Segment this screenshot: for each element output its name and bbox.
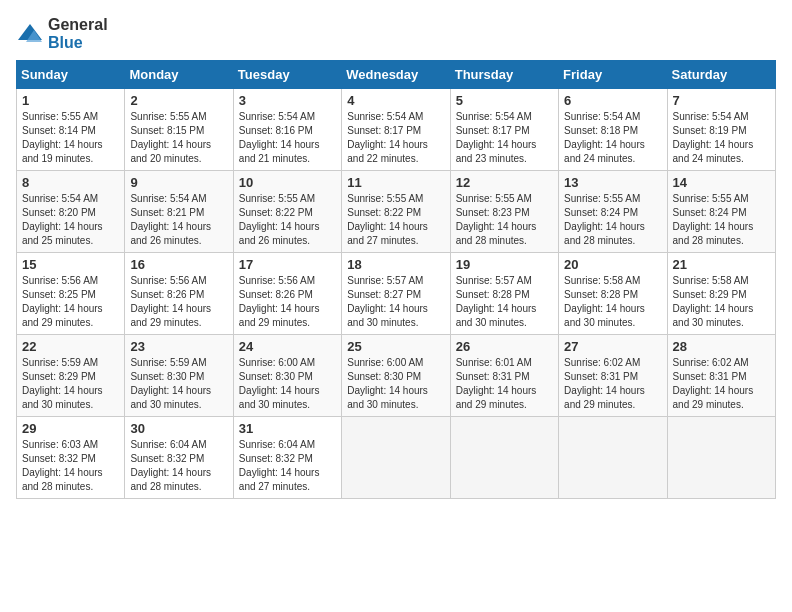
- day-number: 14: [673, 175, 770, 190]
- calendar-cell: 1Sunrise: 5:55 AMSunset: 8:14 PMDaylight…: [17, 89, 125, 171]
- day-info: Sunrise: 5:54 AMSunset: 8:18 PMDaylight:…: [564, 110, 661, 166]
- day-number: 23: [130, 339, 227, 354]
- calendar-cell: 14Sunrise: 5:55 AMSunset: 8:24 PMDayligh…: [667, 171, 775, 253]
- calendar-week-2: 1Sunrise: 5:55 AMSunset: 8:14 PMDaylight…: [17, 89, 776, 171]
- calendar-cell: 17Sunrise: 5:56 AMSunset: 8:26 PMDayligh…: [233, 253, 341, 335]
- day-info: Sunrise: 5:54 AMSunset: 8:17 PMDaylight:…: [456, 110, 553, 166]
- calendar-cell: 28Sunrise: 6:02 AMSunset: 8:31 PMDayligh…: [667, 335, 775, 417]
- calendar-cell: 7Sunrise: 5:54 AMSunset: 8:19 PMDaylight…: [667, 89, 775, 171]
- calendar-cell: 21Sunrise: 5:58 AMSunset: 8:29 PMDayligh…: [667, 253, 775, 335]
- day-info: Sunrise: 5:54 AMSunset: 8:20 PMDaylight:…: [22, 192, 119, 248]
- day-info: Sunrise: 5:59 AMSunset: 8:30 PMDaylight:…: [130, 356, 227, 412]
- day-info: Sunrise: 5:58 AMSunset: 8:28 PMDaylight:…: [564, 274, 661, 330]
- calendar-week-5: 22Sunrise: 5:59 AMSunset: 8:29 PMDayligh…: [17, 335, 776, 417]
- calendar-cell: 12Sunrise: 5:55 AMSunset: 8:23 PMDayligh…: [450, 171, 558, 253]
- day-number: 6: [564, 93, 661, 108]
- day-info: Sunrise: 6:02 AMSunset: 8:31 PMDaylight:…: [564, 356, 661, 412]
- day-info: Sunrise: 6:02 AMSunset: 8:31 PMDaylight:…: [673, 356, 770, 412]
- calendar-cell: 10Sunrise: 5:55 AMSunset: 8:22 PMDayligh…: [233, 171, 341, 253]
- calendar-cell: 11Sunrise: 5:55 AMSunset: 8:22 PMDayligh…: [342, 171, 450, 253]
- day-headers-row: SundayMondayTuesdayWednesdayThursdayFrid…: [17, 61, 776, 89]
- calendar-cell: 26Sunrise: 6:01 AMSunset: 8:31 PMDayligh…: [450, 335, 558, 417]
- calendar-cell: [342, 417, 450, 499]
- day-header-tuesday: Tuesday: [233, 61, 341, 89]
- day-number: 28: [673, 339, 770, 354]
- day-number: 27: [564, 339, 661, 354]
- day-number: 31: [239, 421, 336, 436]
- day-number: 22: [22, 339, 119, 354]
- calendar-cell: 5Sunrise: 5:54 AMSunset: 8:17 PMDaylight…: [450, 89, 558, 171]
- day-info: Sunrise: 6:01 AMSunset: 8:31 PMDaylight:…: [456, 356, 553, 412]
- day-number: 29: [22, 421, 119, 436]
- day-header-friday: Friday: [559, 61, 667, 89]
- day-info: Sunrise: 5:54 AMSunset: 8:17 PMDaylight:…: [347, 110, 444, 166]
- day-info: Sunrise: 5:55 AMSunset: 8:23 PMDaylight:…: [456, 192, 553, 248]
- calendar-cell: 15Sunrise: 5:56 AMSunset: 8:25 PMDayligh…: [17, 253, 125, 335]
- calendar-cell: [559, 417, 667, 499]
- day-header-saturday: Saturday: [667, 61, 775, 89]
- day-number: 24: [239, 339, 336, 354]
- day-number: 21: [673, 257, 770, 272]
- day-number: 5: [456, 93, 553, 108]
- day-header-thursday: Thursday: [450, 61, 558, 89]
- calendar-cell: 24Sunrise: 6:00 AMSunset: 8:30 PMDayligh…: [233, 335, 341, 417]
- calendar-cell: 4Sunrise: 5:54 AMSunset: 8:17 PMDaylight…: [342, 89, 450, 171]
- day-number: 3: [239, 93, 336, 108]
- calendar-cell: 6Sunrise: 5:54 AMSunset: 8:18 PMDaylight…: [559, 89, 667, 171]
- day-info: Sunrise: 5:57 AMSunset: 8:27 PMDaylight:…: [347, 274, 444, 330]
- calendar-week-3: 8Sunrise: 5:54 AMSunset: 8:20 PMDaylight…: [17, 171, 776, 253]
- day-number: 7: [673, 93, 770, 108]
- day-number: 25: [347, 339, 444, 354]
- day-number: 18: [347, 257, 444, 272]
- day-number: 12: [456, 175, 553, 190]
- day-info: Sunrise: 6:00 AMSunset: 8:30 PMDaylight:…: [347, 356, 444, 412]
- day-number: 4: [347, 93, 444, 108]
- calendar-cell: 2Sunrise: 5:55 AMSunset: 8:15 PMDaylight…: [125, 89, 233, 171]
- calendar-cell: 22Sunrise: 5:59 AMSunset: 8:29 PMDayligh…: [17, 335, 125, 417]
- calendar-cell: 29Sunrise: 6:03 AMSunset: 8:32 PMDayligh…: [17, 417, 125, 499]
- day-info: Sunrise: 5:56 AMSunset: 8:25 PMDaylight:…: [22, 274, 119, 330]
- header: General Blue: [16, 16, 776, 52]
- day-info: Sunrise: 5:54 AMSunset: 8:19 PMDaylight:…: [673, 110, 770, 166]
- calendar-cell: 13Sunrise: 5:55 AMSunset: 8:24 PMDayligh…: [559, 171, 667, 253]
- day-info: Sunrise: 6:00 AMSunset: 8:30 PMDaylight:…: [239, 356, 336, 412]
- day-info: Sunrise: 5:54 AMSunset: 8:16 PMDaylight:…: [239, 110, 336, 166]
- day-info: Sunrise: 5:55 AMSunset: 8:22 PMDaylight:…: [239, 192, 336, 248]
- calendar-cell: 30Sunrise: 6:04 AMSunset: 8:32 PMDayligh…: [125, 417, 233, 499]
- day-info: Sunrise: 6:04 AMSunset: 8:32 PMDaylight:…: [239, 438, 336, 494]
- day-info: Sunrise: 5:56 AMSunset: 8:26 PMDaylight:…: [130, 274, 227, 330]
- day-number: 30: [130, 421, 227, 436]
- calendar-cell: 25Sunrise: 6:00 AMSunset: 8:30 PMDayligh…: [342, 335, 450, 417]
- day-info: Sunrise: 5:55 AMSunset: 8:15 PMDaylight:…: [130, 110, 227, 166]
- calendar-week-6: 29Sunrise: 6:03 AMSunset: 8:32 PMDayligh…: [17, 417, 776, 499]
- day-info: Sunrise: 5:55 AMSunset: 8:14 PMDaylight:…: [22, 110, 119, 166]
- day-info: Sunrise: 5:58 AMSunset: 8:29 PMDaylight:…: [673, 274, 770, 330]
- calendar-cell: 20Sunrise: 5:58 AMSunset: 8:28 PMDayligh…: [559, 253, 667, 335]
- day-number: 17: [239, 257, 336, 272]
- day-info: Sunrise: 5:55 AMSunset: 8:24 PMDaylight:…: [673, 192, 770, 248]
- day-number: 16: [130, 257, 227, 272]
- day-number: 11: [347, 175, 444, 190]
- day-info: Sunrise: 6:04 AMSunset: 8:32 PMDaylight:…: [130, 438, 227, 494]
- calendar-cell: 9Sunrise: 5:54 AMSunset: 8:21 PMDaylight…: [125, 171, 233, 253]
- calendar-cell: 27Sunrise: 6:02 AMSunset: 8:31 PMDayligh…: [559, 335, 667, 417]
- day-number: 1: [22, 93, 119, 108]
- day-info: Sunrise: 5:57 AMSunset: 8:28 PMDaylight:…: [456, 274, 553, 330]
- calendar-cell: [450, 417, 558, 499]
- logo-text: General Blue: [48, 16, 108, 52]
- logo-icon: [16, 20, 44, 48]
- day-info: Sunrise: 6:03 AMSunset: 8:32 PMDaylight:…: [22, 438, 119, 494]
- day-number: 15: [22, 257, 119, 272]
- day-header-wednesday: Wednesday: [342, 61, 450, 89]
- day-info: Sunrise: 5:54 AMSunset: 8:21 PMDaylight:…: [130, 192, 227, 248]
- day-info: Sunrise: 5:55 AMSunset: 8:22 PMDaylight:…: [347, 192, 444, 248]
- day-number: 26: [456, 339, 553, 354]
- day-number: 13: [564, 175, 661, 190]
- calendar-table: SundayMondayTuesdayWednesdayThursdayFrid…: [16, 60, 776, 499]
- calendar-cell: 23Sunrise: 5:59 AMSunset: 8:30 PMDayligh…: [125, 335, 233, 417]
- day-number: 10: [239, 175, 336, 190]
- day-number: 9: [130, 175, 227, 190]
- calendar-cell: 3Sunrise: 5:54 AMSunset: 8:16 PMDaylight…: [233, 89, 341, 171]
- day-number: 2: [130, 93, 227, 108]
- logo: General Blue: [16, 16, 108, 52]
